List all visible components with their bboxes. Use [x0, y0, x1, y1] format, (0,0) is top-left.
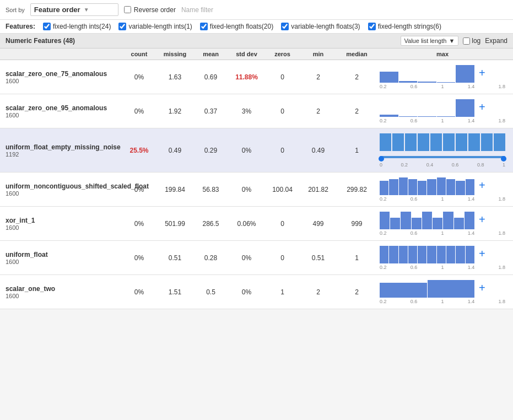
chart-bar	[399, 246, 408, 263]
row-feature-name: scalar_zero_one_75_anomalous	[6, 70, 121, 78]
chart-bar	[494, 133, 505, 151]
chart-bar	[427, 246, 436, 263]
slider-thumb-right[interactable]	[501, 156, 506, 161]
table-row: scalar_zero_one_75_anomalous16000%1.630.…	[0, 60, 513, 94]
row-chart-cell: +0.20.611.41.8	[377, 244, 507, 271]
chart-bar	[412, 218, 422, 229]
row-median: 0.51	[300, 254, 336, 262]
chart-bar	[428, 280, 475, 298]
log-checkbox[interactable]: log	[463, 37, 480, 45]
chart-bar	[380, 212, 390, 229]
row-mean: 1.92	[157, 107, 193, 115]
feature-chip-fixed-ints-input[interactable]	[43, 23, 51, 30]
chart-bar	[468, 133, 480, 151]
row-count: 1600	[6, 78, 121, 84]
chart-bar	[466, 179, 474, 195]
row-min: 0	[264, 73, 300, 81]
row-stddev: 0.37	[193, 107, 229, 115]
value-list-dropdown[interactable]: Value list length ▼	[401, 36, 459, 46]
feature-chip-var-ints[interactable]: variable-length ints(1)	[118, 23, 192, 30]
column-headers: count missing mean std dev zeros min med…	[0, 49, 513, 60]
expand-chart-button[interactable]: +	[479, 247, 485, 260]
feature-chip-var-ints-input[interactable]	[118, 23, 126, 30]
chart-bar	[380, 181, 388, 195]
row-feature-name: uniform_float	[6, 251, 121, 259]
col-header-min: min	[300, 51, 336, 57]
chart-bar	[443, 212, 453, 229]
row-chart-cell: +0.20.611.41.8	[377, 176, 507, 203]
chart-bar	[456, 99, 474, 117]
row-max: 2	[336, 73, 377, 81]
row-max: 999	[336, 220, 377, 228]
numeric-section-header: Numeric Features (48) Value list length …	[0, 34, 513, 49]
row-missing: 0%	[121, 73, 157, 81]
row-count: 1600	[6, 224, 121, 231]
row-zeros: 11.88%	[229, 73, 264, 81]
chart-bar	[380, 133, 391, 151]
sort-label: Sort by	[6, 7, 25, 13]
log-label: log	[472, 37, 480, 45]
log-input[interactable]	[463, 37, 470, 45]
row-stddev: 286.5	[193, 220, 229, 228]
chevron-down-icon: ▼	[84, 7, 89, 13]
row-max: 1	[336, 254, 377, 262]
table-row: uniform_float16000%0.510.280%00.511+0.20…	[0, 241, 513, 275]
feature-chip-fixed-floats[interactable]: fixed-length floats(20)	[200, 23, 273, 30]
row-median: 499	[300, 220, 336, 228]
row-median: 201.82	[300, 186, 336, 193]
expand-chart-button[interactable]: +	[479, 213, 485, 226]
chart-bar	[380, 115, 398, 117]
row-mean: 199.84	[157, 186, 193, 193]
chart-bar	[405, 133, 417, 151]
feature-chip-fixed-ints-label: fixed-length ints(24)	[53, 23, 111, 30]
name-filter-placeholder[interactable]: Name filter	[181, 6, 213, 14]
sort-select[interactable]: Feature order ▼	[30, 3, 118, 16]
slider-thumb-left[interactable]	[379, 156, 384, 161]
chart-bar	[418, 82, 436, 83]
row-mean: 1.63	[157, 73, 193, 81]
expand-button[interactable]: Expand	[485, 37, 507, 45]
feature-chip-var-floats[interactable]: variable-length floats(3)	[281, 23, 360, 30]
row-median: 2	[300, 107, 336, 115]
table-row: uniform_float_empty_missing_noise119225.…	[0, 128, 513, 173]
expand-chart-button[interactable]: +	[479, 101, 485, 114]
row-feature-name: uniform_float_empty_missing_noise	[6, 143, 121, 151]
col-header-median: median	[336, 51, 377, 57]
chart-bar	[427, 179, 436, 195]
chart-bar	[408, 246, 417, 263]
row-zeros: 3%	[229, 107, 264, 115]
row-feature-name: scalar_one_two	[6, 285, 121, 293]
feature-chip-fixed-floats-input[interactable]	[200, 23, 208, 30]
row-zeros: 0%	[229, 186, 264, 193]
reverse-order-input[interactable]	[124, 6, 131, 13]
feature-chip-var-floats-label: variable-length floats(3)	[291, 23, 360, 30]
row-feature-name: uniform_noncontiguous_shifted_scaled_flo…	[6, 182, 121, 190]
chart-bar	[408, 179, 417, 195]
reverse-order-checkbox[interactable]: Reverse order	[124, 6, 176, 14]
table-row: scalar_zero_one_95_anomalous16000%1.920.…	[0, 94, 513, 128]
row-median: 2	[300, 73, 336, 81]
row-count: 1600	[6, 112, 121, 119]
feature-chip-fixed-strings[interactable]: fixed-length strings(6)	[368, 23, 441, 30]
expand-chart-button[interactable]: +	[479, 282, 485, 294]
row-max: 2	[336, 107, 377, 115]
row-missing: 0%	[121, 220, 157, 228]
rows-container: scalar_zero_one_75_anomalous16000%1.630.…	[0, 60, 513, 309]
chart-bar	[433, 218, 442, 229]
chart-bar	[456, 133, 467, 151]
row-min: 100.04	[264, 186, 300, 193]
row-max: 1	[336, 147, 377, 154]
row-count: 1192	[6, 151, 121, 158]
table-row: scalar_one_two16000%1.510.50%122+0.20.61…	[0, 275, 513, 309]
chart-bar	[437, 116, 456, 117]
feature-chip-fixed-strings-input[interactable]	[368, 23, 376, 30]
expand-chart-button[interactable]: +	[479, 179, 485, 192]
feature-chip-fixed-floats-label: fixed-length floats(20)	[210, 23, 273, 30]
reverse-order-label: Reverse order	[134, 6, 176, 14]
feature-chip-fixed-ints[interactable]: fixed-length ints(24)	[43, 23, 111, 30]
row-stddev: 0.69	[193, 73, 229, 81]
expand-chart-button[interactable]: +	[479, 67, 485, 79]
chart-bar	[390, 218, 400, 229]
chart-bar	[401, 212, 411, 229]
feature-chip-var-floats-input[interactable]	[281, 23, 289, 30]
